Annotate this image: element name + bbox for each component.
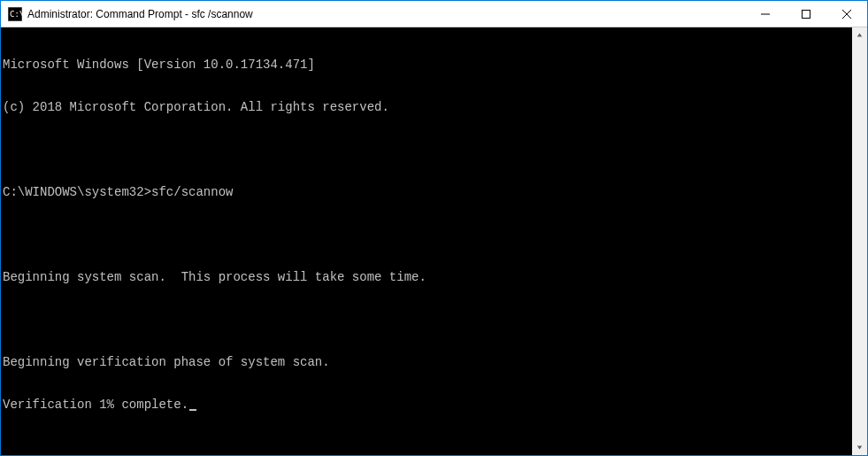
prompt-path: C:\WINDOWS\system32>	[3, 185, 151, 199]
command-line: C:\WINDOWS\system32>sfc/scannow	[3, 185, 852, 199]
terminal-line	[3, 313, 852, 327]
terminal-output[interactable]: Microsoft Windows [Version 10.0.17134.47…	[1, 27, 852, 455]
terminal-line: Verification 1% complete.	[3, 398, 852, 412]
content-wrapper: Microsoft Windows [Version 10.0.17134.47…	[1, 27, 867, 455]
terminal-line	[3, 143, 852, 157]
svg-marker-8	[857, 445, 863, 449]
svg-text:C:\: C:\	[10, 10, 22, 19]
terminal-line	[3, 228, 852, 242]
svg-marker-7	[857, 33, 863, 36]
titlebar[interactable]: C:\ Administrator: Command Prompt - sfc …	[1, 1, 867, 27]
terminal-line: Beginning system scan. This process will…	[3, 270, 852, 284]
terminal-line: Beginning verification phase of system s…	[3, 355, 852, 369]
scroll-down-button[interactable]	[852, 440, 867, 455]
svg-rect-4	[803, 10, 810, 18]
vertical-scrollbar[interactable]	[852, 27, 867, 455]
scroll-track[interactable]	[852, 43, 867, 440]
minimize-button[interactable]	[745, 1, 786, 27]
terminal-line: Microsoft Windows [Version 10.0.17134.47…	[3, 58, 852, 72]
terminal-line: (c) 2018 Microsoft Corporation. All righ…	[3, 100, 852, 114]
typed-command: sfc/scannow	[151, 185, 233, 199]
window-title: Administrator: Command Prompt - sfc /sca…	[27, 1, 745, 27]
window-controls	[745, 1, 867, 27]
close-button[interactable]	[826, 1, 867, 27]
cmd-icon: C:\	[8, 7, 22, 21]
progress-text: Verification 1% complete.	[3, 398, 188, 412]
cursor-icon	[189, 409, 196, 411]
maximize-button[interactable]	[786, 1, 826, 27]
scroll-up-button[interactable]	[852, 27, 867, 43]
